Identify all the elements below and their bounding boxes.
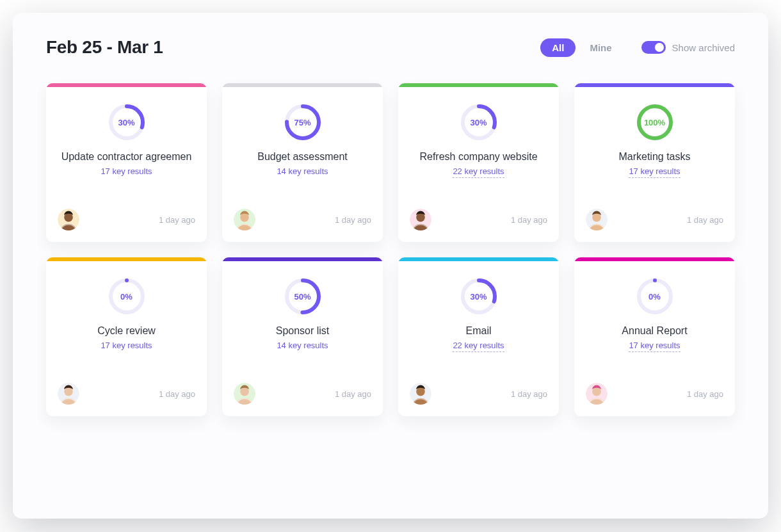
card-title: Marketing tasks <box>618 151 690 163</box>
card-timestamp: 1 day ago <box>687 215 723 225</box>
svg-point-15 <box>592 213 601 222</box>
progress-label: 75% <box>284 104 321 141</box>
card-timestamp: 1 day ago <box>511 215 547 225</box>
card-title: Update contractor agreemen <box>61 151 192 163</box>
key-results-link[interactable]: 17 key results <box>101 166 152 176</box>
progress-donut: 30% <box>460 104 497 141</box>
card-timestamp: 1 day ago <box>335 215 371 225</box>
card-title: Budget assessment <box>257 151 348 163</box>
header-controls: All Mine Show archived <box>540 38 735 57</box>
owner-avatar[interactable] <box>410 383 431 405</box>
card-body: 0% Annual Report 17 key results <box>574 261 735 383</box>
progress-donut: 30% <box>460 278 497 315</box>
progress-label: 50% <box>284 278 321 315</box>
card-footer: 1 day ago <box>46 209 207 242</box>
progress-donut: 0% <box>636 278 673 315</box>
key-results-link[interactable]: 17 key results <box>629 341 680 352</box>
key-results-link[interactable]: 22 key results <box>453 341 504 352</box>
card-footer: 1 day ago <box>46 383 207 416</box>
card-timestamp: 1 day ago <box>159 389 195 399</box>
goal-card[interactable]: 30% Update contractor agreemen 17 key re… <box>46 83 207 242</box>
card-footer: 1 day ago <box>398 209 559 242</box>
progress-label: 30% <box>108 104 145 141</box>
svg-point-31 <box>592 387 601 396</box>
card-body: 75% Budget assessment 14 key results <box>222 87 383 209</box>
card-title: Annual Report <box>622 325 687 337</box>
card-body: 30% Refresh company website 22 key resul… <box>398 87 559 209</box>
card-footer: 1 day ago <box>574 383 735 416</box>
cards-grid: 30% Update contractor agreemen 17 key re… <box>46 83 735 416</box>
card-timestamp: 1 day ago <box>159 215 195 225</box>
goal-card[interactable]: 100% Marketing tasks 17 key results 1 da… <box>574 83 735 242</box>
card-title: Refresh company website <box>419 151 537 163</box>
progress-label: 0% <box>108 278 145 315</box>
svg-point-23 <box>240 387 249 396</box>
owner-avatar[interactable] <box>58 209 79 230</box>
card-footer: 1 day ago <box>398 383 559 416</box>
card-timestamp: 1 day ago <box>335 389 371 399</box>
owner-avatar[interactable] <box>234 383 255 405</box>
progress-donut: 30% <box>108 104 145 141</box>
owner-avatar[interactable] <box>586 209 608 230</box>
key-results-link[interactable]: 17 key results <box>629 166 680 178</box>
show-archived-label: Show archived <box>672 42 735 53</box>
header: Feb 25 - Mar 1 All Mine Show archived <box>46 37 735 58</box>
owner-avatar[interactable] <box>410 209 431 230</box>
card-body: 50% Sponsor list 14 key results <box>222 261 383 383</box>
show-archived-switch[interactable] <box>641 41 666 54</box>
card-body: 30% Email 22 key results <box>398 261 559 383</box>
card-title: Cycle review <box>97 325 156 337</box>
owner-avatar[interactable] <box>234 209 255 230</box>
key-results-link[interactable]: 17 key results <box>101 341 152 350</box>
date-range-title: Feb 25 - Mar 1 <box>46 37 163 58</box>
progress-donut: 0% <box>108 278 145 315</box>
card-footer: 1 day ago <box>222 383 383 416</box>
svg-point-7 <box>240 213 249 222</box>
card-title: Email <box>465 325 491 337</box>
card-body: 30% Update contractor agreemen 17 key re… <box>46 87 207 209</box>
svg-point-27 <box>416 387 425 396</box>
card-title: Sponsor list <box>276 325 330 337</box>
progress-label: 30% <box>460 104 497 141</box>
filter-segmented-control: All Mine <box>540 38 623 57</box>
card-footer: 1 day ago <box>222 209 383 242</box>
progress-label: 100% <box>636 104 673 141</box>
key-results-link[interactable]: 22 key results <box>453 166 504 178</box>
card-timestamp: 1 day ago <box>511 389 547 399</box>
goal-card[interactable]: 30% Email 22 key results 1 day ago <box>398 257 559 416</box>
dashboard-panel: Feb 25 - Mar 1 All Mine Show archived 30… <box>13 13 768 519</box>
goal-card[interactable]: 75% Budget assessment 14 key results 1 d… <box>222 83 383 242</box>
card-footer: 1 day ago <box>574 209 735 242</box>
goal-card[interactable]: 0% Cycle review 17 key results 1 day ago <box>46 257 207 416</box>
svg-point-3 <box>64 213 73 222</box>
card-body: 100% Marketing tasks 17 key results <box>574 87 735 209</box>
progress-label: 0% <box>636 278 673 315</box>
filter-mine-button[interactable]: Mine <box>578 38 623 57</box>
progress-label: 30% <box>460 278 497 315</box>
progress-donut: 50% <box>284 278 321 315</box>
key-results-link[interactable]: 14 key results <box>277 341 328 350</box>
card-timestamp: 1 day ago <box>687 389 723 399</box>
goal-card[interactable]: 0% Annual Report 17 key results 1 day ag… <box>574 257 735 416</box>
owner-avatar[interactable] <box>586 383 608 405</box>
goal-card[interactable]: 50% Sponsor list 14 key results 1 day ag… <box>222 257 383 416</box>
card-body: 0% Cycle review 17 key results <box>46 261 207 383</box>
goal-card[interactable]: 30% Refresh company website 22 key resul… <box>398 83 559 242</box>
progress-donut: 100% <box>636 104 673 141</box>
svg-point-19 <box>64 387 73 396</box>
progress-donut: 75% <box>284 104 321 141</box>
filter-all-button[interactable]: All <box>540 38 576 57</box>
svg-point-11 <box>416 213 425 222</box>
archived-toggle-group: Show archived <box>641 41 735 54</box>
owner-avatar[interactable] <box>58 383 79 405</box>
key-results-link[interactable]: 14 key results <box>277 166 328 176</box>
